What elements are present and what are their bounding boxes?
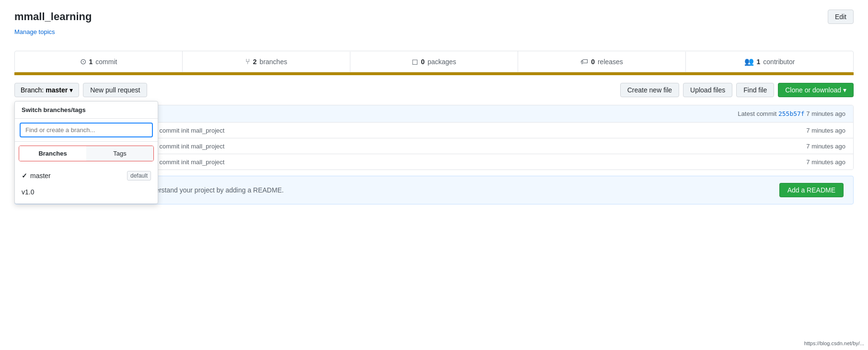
language-bar-fill bbox=[14, 72, 854, 75]
contributors-stat[interactable]: 👥 1 contributor bbox=[686, 51, 853, 72]
branch-name-text: master bbox=[30, 172, 51, 180]
manage-topics-link[interactable]: Manage topics bbox=[14, 28, 55, 35]
file-commit-msg-2: first commit init mall_project bbox=[148, 143, 806, 150]
toolbar-row: Branch: master New pull request Switch b… bbox=[14, 83, 854, 97]
branch-current-name: master bbox=[46, 86, 68, 94]
clone-caret-icon: ▾ bbox=[843, 86, 846, 94]
branch-icon: ⑂ bbox=[245, 57, 250, 66]
repo-title: mmall_learning bbox=[14, 11, 92, 23]
branch-dropdown: Switch branches/tags Branches Tags ✓ mas… bbox=[14, 101, 158, 204]
clone-button-label: Clone or download bbox=[785, 86, 841, 94]
file-time-1: 7 minutes ago bbox=[806, 127, 845, 134]
tab-branches[interactable]: Branches bbox=[19, 146, 86, 161]
commits-count: 1 bbox=[89, 58, 93, 66]
contributors-count: 1 bbox=[757, 58, 761, 66]
packages-label: packages bbox=[428, 58, 456, 66]
language-bar bbox=[14, 72, 854, 75]
clone-or-download-button[interactable]: Clone or download ▾ bbox=[778, 83, 854, 97]
edit-button[interactable]: Edit bbox=[828, 10, 854, 24]
branch-search-input[interactable] bbox=[20, 123, 153, 137]
commits-label: commit bbox=[95, 58, 117, 66]
branches-label: branches bbox=[260, 58, 288, 66]
branch-list: ✓ master default v1.0 bbox=[15, 165, 158, 203]
file-commit-msg-3: first commit init mall_project bbox=[148, 158, 806, 166]
releases-stat[interactable]: 🏷 0 releases bbox=[518, 52, 686, 72]
toolbar-left: Branch: master New pull request Switch b… bbox=[14, 83, 147, 97]
releases-count: 0 bbox=[591, 58, 595, 66]
packages-count: 0 bbox=[421, 58, 425, 66]
branch-item-v1[interactable]: v1.0 bbox=[15, 184, 158, 200]
branch-check-icon: ✓ bbox=[22, 172, 27, 180]
new-pull-request-button[interactable]: New pull request bbox=[83, 83, 147, 97]
releases-label: releases bbox=[598, 58, 623, 66]
url-hint: https://blog.csdn.net/by/... bbox=[804, 340, 864, 346]
branch-tags-tabs: Branches Tags bbox=[19, 146, 154, 161]
branch-item-master[interactable]: ✓ master default bbox=[15, 167, 158, 184]
branch-label-text: Branch: bbox=[21, 86, 44, 94]
commits-stat[interactable]: ⊙ 1 commit bbox=[15, 51, 183, 72]
branch-name-master: ✓ master bbox=[22, 172, 51, 180]
commit-time: 7 minutes ago bbox=[806, 110, 845, 117]
stats-bar: ⊙ 1 commit ⑂ 2 branches ◻ 0 packages 🏷 0… bbox=[14, 51, 854, 72]
file-time-3: 7 minutes ago bbox=[806, 158, 845, 166]
tag-icon: 🏷 bbox=[580, 57, 588, 66]
contributors-label: contributor bbox=[763, 58, 795, 66]
commit-hash[interactable]: 255b57f bbox=[778, 110, 805, 117]
branch-search-area bbox=[15, 119, 158, 142]
toolbar-right: Create new file Upload files Find file C… bbox=[620, 83, 854, 97]
file-commit-msg-1: first commit init mall_project bbox=[148, 127, 806, 134]
tab-tags[interactable]: Tags bbox=[86, 146, 153, 161]
branch-name-v1: v1.0 bbox=[22, 188, 34, 196]
branch-v1-text: v1.0 bbox=[22, 188, 34, 196]
find-file-button[interactable]: Find file bbox=[736, 83, 774, 97]
branches-count: 2 bbox=[253, 58, 257, 66]
package-icon: ◻ bbox=[412, 57, 418, 66]
branches-stat[interactable]: ⑂ 2 branches bbox=[183, 52, 350, 72]
commit-icon: ⊙ bbox=[80, 57, 86, 66]
contributor-icon: 👥 bbox=[744, 57, 754, 66]
upload-files-button[interactable]: Upload files bbox=[683, 83, 732, 97]
branch-selector-button[interactable]: Branch: master bbox=[14, 83, 79, 97]
branch-dropdown-header: Switch branches/tags bbox=[15, 102, 158, 119]
packages-stat[interactable]: ◻ 0 packages bbox=[350, 51, 518, 72]
repo-header: mmall_learning Edit bbox=[14, 10, 854, 24]
file-time-2: 7 minutes ago bbox=[806, 143, 845, 150]
branch-caret-icon bbox=[69, 86, 73, 94]
default-badge: default bbox=[127, 171, 151, 181]
latest-commit-label: Latest commit bbox=[738, 110, 776, 117]
add-readme-button[interactable]: Add a README bbox=[779, 183, 844, 197]
create-new-file-button[interactable]: Create new file bbox=[620, 83, 679, 97]
page-wrapper: mmall_learning Edit Manage topics ⊙ 1 co… bbox=[0, 0, 868, 350]
